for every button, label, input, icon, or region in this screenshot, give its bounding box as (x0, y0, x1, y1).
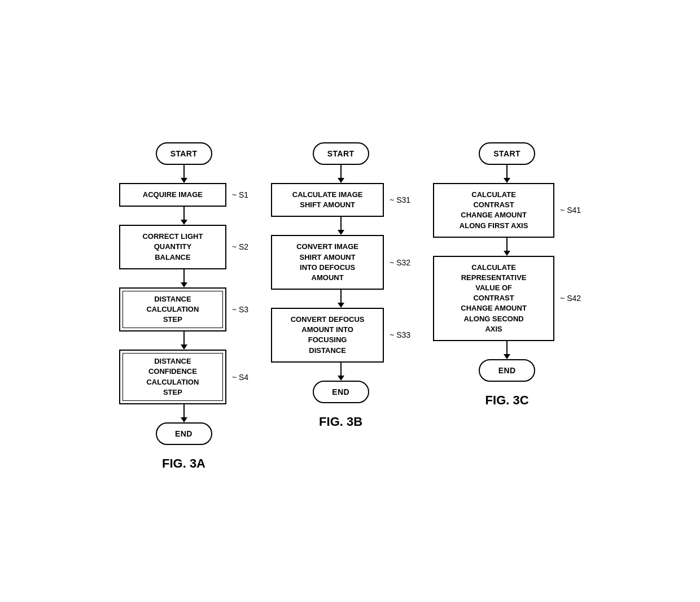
arrow-3b-1 (338, 165, 344, 183)
s2-box: CORRECT LIGHTQUANTITYBALANCE (119, 225, 226, 269)
s42-label: ~ S42 (560, 294, 581, 303)
s3-label: ~ S3 (232, 305, 248, 314)
end-3c-wrapper: END (479, 359, 535, 382)
arrow-3a-5 (181, 404, 187, 422)
s41-box: CALCULATECONTRASTCHANGE AMOUNTALONG FIRS… (433, 183, 554, 238)
arrow-head (338, 376, 344, 381)
arrow-line (340, 217, 342, 230)
arrow-3a-1 (181, 165, 187, 183)
title-3b: FIG. 3B (319, 415, 362, 429)
arrow-line (340, 363, 342, 376)
arrow-head (181, 344, 187, 350)
arrow-line (340, 165, 342, 178)
end-3a: END (156, 422, 212, 445)
start-3b-wrapper: START (313, 142, 369, 165)
s33-wrapper: CONVERT DEFOCUSAMOUNT INTOFOCUSINGDISTAN… (271, 308, 410, 363)
s32-label: ~ S32 (390, 258, 410, 267)
s4-box: DISTANCECONFIDENCECALCULATIONSTEP (119, 350, 226, 404)
arrow-3c-2 (504, 238, 510, 256)
arrow-3a-3 (181, 269, 187, 287)
start-3c: START (479, 142, 535, 165)
end-3b: END (313, 381, 369, 403)
s2-wrapper: CORRECT LIGHTQUANTITYBALANCE ~ S2 (119, 225, 248, 269)
end-3c: END (479, 359, 535, 382)
arrow-head (338, 178, 344, 183)
s33-label: ~ S33 (390, 330, 410, 339)
main-container: START ACQUIRE IMAGE ~ S1 CORRECT LIGHTQU… (108, 120, 592, 482)
s31-box: CALCULATE IMAGESHIFT AMOUNT (271, 183, 384, 217)
flowchart-3b: START CALCULATE IMAGESHIFT AMOUNT ~ S31 … (271, 142, 410, 429)
s3-wrapper: DISTANCECALCULATIONSTEP ~ S3 (119, 287, 248, 332)
arrow-3a-4 (181, 331, 187, 350)
arrow-head (181, 282, 187, 287)
s4-label: ~ S4 (232, 373, 248, 382)
arrow-head (338, 303, 344, 308)
s31-label: ~ S31 (390, 195, 410, 204)
s41-wrapper: CALCULATECONTRASTCHANGE AMOUNTALONG FIRS… (433, 183, 581, 238)
s42-box: CALCULATEREPRESENTATIVEVALUE OFCONTRASTC… (433, 256, 554, 341)
arrow-line (183, 207, 185, 220)
start-3b: START (313, 142, 369, 165)
flowchart-3a: START ACQUIRE IMAGE ~ S1 CORRECT LIGHTQU… (119, 142, 248, 471)
s33-box: CONVERT DEFOCUSAMOUNT INTOFOCUSINGDISTAN… (271, 308, 384, 363)
s3-box: DISTANCECALCULATIONSTEP (119, 287, 226, 332)
arrow-line (183, 331, 185, 344)
title-3c: FIG. 3C (485, 393, 529, 408)
arrow-3a-2 (181, 207, 187, 225)
s32-wrapper: CONVERT IMAGESHIRT AMOUNTINTO DEFOCUSAMO… (271, 235, 410, 290)
flowchart-3c: START CALCULATECONTRASTCHANGE AMOUNTALON… (433, 142, 581, 408)
start-3c-wrapper: START (479, 142, 535, 165)
arrow-line (506, 238, 508, 251)
arrow-head (504, 251, 510, 256)
s32-box: CONVERT IMAGESHIRT AMOUNTINTO DEFOCUSAMO… (271, 235, 384, 290)
s1-label: ~ S1 (232, 190, 248, 199)
arrow-head (504, 178, 510, 183)
start-3a-wrapper: START (156, 142, 212, 165)
arrow-head (181, 417, 187, 422)
arrow-line (183, 165, 185, 178)
start-3a: START (156, 142, 212, 165)
arrow-line (183, 269, 185, 282)
title-3a: FIG. 3A (162, 456, 205, 471)
end-3a-wrapper: END (156, 422, 212, 445)
arrow-3c-3 (504, 341, 510, 359)
arrow-head (338, 230, 344, 235)
arrow-3c-1 (504, 165, 510, 183)
s42-wrapper: CALCULATEREPRESENTATIVEVALUE OFCONTRASTC… (433, 256, 581, 341)
end-3b-wrapper: END (313, 381, 369, 403)
arrow-3b-4 (338, 363, 344, 381)
arrow-line (506, 341, 508, 354)
arrow-3b-2 (338, 217, 344, 235)
s4-wrapper: DISTANCECONFIDENCECALCULATIONSTEP ~ S4 (119, 350, 248, 404)
s31-wrapper: CALCULATE IMAGESHIFT AMOUNT ~ S31 (271, 183, 410, 217)
s1-wrapper: ACQUIRE IMAGE ~ S1 (119, 183, 248, 207)
arrow-line (506, 165, 508, 178)
arrow-3b-3 (338, 290, 344, 308)
s41-label: ~ S41 (560, 206, 581, 215)
arrow-head (181, 178, 187, 183)
s1-box: ACQUIRE IMAGE (119, 183, 226, 207)
arrow-head (504, 354, 510, 359)
arrow-head (181, 220, 187, 225)
s2-label: ~ S2 (232, 242, 248, 251)
arrow-line (340, 290, 342, 303)
arrow-line (183, 404, 185, 417)
